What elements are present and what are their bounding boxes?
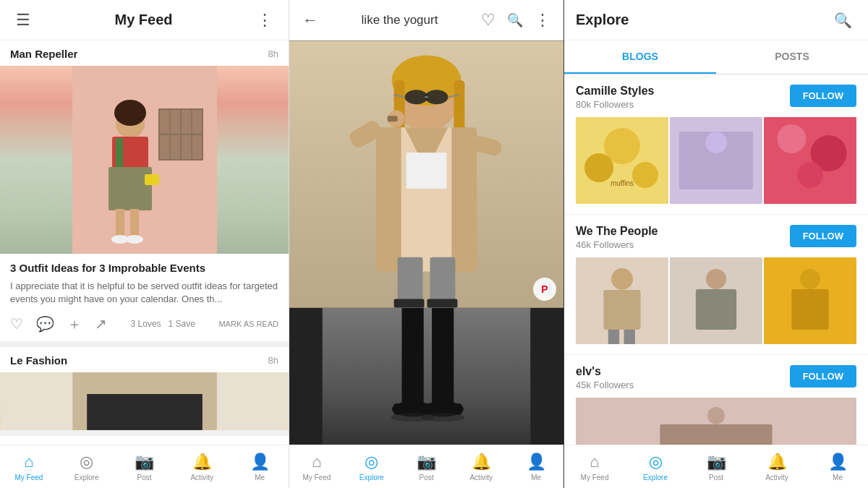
blog-item-elvs: elv's 45k Followers FOLLOW xyxy=(564,355,868,445)
post-icon-center: 📷 xyxy=(417,453,436,471)
nav-explore-right[interactable]: ◎ Explore xyxy=(625,448,686,486)
nav-label-myfeed-left: My Feed xyxy=(14,474,43,481)
menu-icon[interactable]: ☰ xyxy=(12,7,35,34)
nav-activity-left[interactable]: 🔔 Activity xyxy=(173,448,231,486)
wtp-info: We The People 46k Followers xyxy=(576,225,658,250)
heart-icon-center[interactable]: ♡ xyxy=(477,7,500,34)
camille-img-3 xyxy=(764,117,856,204)
le-fashion-header: Le Fashion 8h xyxy=(0,347,289,372)
nav-post-right[interactable]: 📷 Post xyxy=(686,448,746,486)
feed-item-le-fashion: Le Fashion 8h xyxy=(0,347,289,436)
svg-point-51 xyxy=(421,413,464,421)
nav-me-right[interactable]: 👤 Me xyxy=(807,448,868,486)
wtp-followers: 46k Followers xyxy=(576,239,658,250)
feed-text: 3 Outfit Ideas for 3 Improbable Events I… xyxy=(0,254,289,310)
nav-label-activity-left: Activity xyxy=(190,474,213,481)
svg-point-25 xyxy=(405,90,428,104)
right-bottom-nav: ⌂ My Feed ◎ Explore 📷 Post 🔔 Activity 👤 … xyxy=(564,445,868,488)
svg-rect-68 xyxy=(624,330,635,344)
camille-follow-btn[interactable]: FOLLOW xyxy=(790,85,856,107)
nav-my-feed-center[interactable]: ⌂ My Feed xyxy=(289,448,344,486)
nav-label-me-center: Me xyxy=(531,474,541,481)
back-icon[interactable]: ← xyxy=(298,7,323,34)
feed-item-man-repeller: Man Repeller 8h xyxy=(0,40,289,347)
nav-explore-left[interactable]: ◎ Explore xyxy=(58,448,116,486)
nav-activity-right[interactable]: 🔔 Activity xyxy=(746,448,807,486)
nav-label-myfeed-right: My Feed xyxy=(581,474,609,481)
svg-rect-35 xyxy=(388,116,398,121)
nav-activity-center[interactable]: 🔔 Activity xyxy=(454,448,509,486)
nav-label-post-right: Post xyxy=(709,474,723,481)
me-icon-left: 👤 xyxy=(250,453,270,471)
nav-explore-center[interactable]: ◎ Explore xyxy=(344,448,399,486)
svg-rect-44 xyxy=(401,308,423,406)
elvs-follow-btn[interactable]: FOLLOW xyxy=(790,365,856,388)
camille-header: Camille Styles 80k Followers FOLLOW xyxy=(576,85,856,110)
left-header: ☰ My Feed ⋮ xyxy=(0,0,289,40)
explore-tabs: BLOGS POSTS xyxy=(564,40,868,74)
svg-rect-49 xyxy=(424,403,462,414)
nav-me-center[interactable]: 👤 Me xyxy=(509,448,563,486)
camille-name: Camille Styles xyxy=(576,85,655,98)
nav-label-activity-right: Activity xyxy=(765,474,788,481)
center-title: like the yogurt xyxy=(362,13,438,27)
pinterest-badge[interactable]: P xyxy=(533,278,556,301)
center-image-top[interactable]: P xyxy=(289,40,563,308)
svg-rect-13 xyxy=(130,209,139,238)
nav-my-feed-left[interactable]: ⌂ My Feed xyxy=(0,448,58,486)
svg-rect-71 xyxy=(696,289,736,330)
mark-as-read[interactable]: MARK AS READ xyxy=(218,320,278,328)
activity-icon-right: 🔔 xyxy=(767,453,787,471)
share-icon[interactable]: ↗ xyxy=(95,315,107,333)
svg-rect-9 xyxy=(116,138,123,167)
blog-item-wethepeople: We The People 46k Followers FOLLOW xyxy=(564,215,868,355)
more-icon-left[interactable]: ⋮ xyxy=(252,7,277,34)
svg-point-26 xyxy=(425,90,448,104)
svg-point-15 xyxy=(126,235,143,244)
love-icon[interactable]: ♡ xyxy=(10,315,23,333)
camille-followers: 80k Followers xyxy=(576,99,655,110)
left-panel: ☰ My Feed ⋮ Man Repeller 8h xyxy=(0,0,289,488)
le-fashion-time: 8h xyxy=(268,355,278,366)
center-images: P xyxy=(289,40,563,445)
svg-point-76 xyxy=(707,407,725,424)
more-icon-center[interactable]: ⋮ xyxy=(530,7,555,34)
explore-header: Explore 🔍 xyxy=(564,0,868,40)
tab-blogs[interactable]: BLOGS xyxy=(564,40,716,74)
feed-actions: ♡ 💬 ＋ ↗ xyxy=(10,314,107,334)
svg-point-59 xyxy=(705,132,727,153)
feed-scroll: Man Repeller 8h xyxy=(0,40,289,445)
svg-point-61 xyxy=(777,124,806,153)
feed-image-man-repeller[interactable] xyxy=(0,66,289,254)
feed-author: Man Repeller xyxy=(10,48,77,60)
wtp-header: We The People 46k Followers FOLLOW xyxy=(576,225,856,250)
search-icon-right[interactable]: 🔍 xyxy=(830,7,856,33)
explore-blog-list: Camille Styles 80k Followers FOLLOW muff… xyxy=(564,74,868,445)
post-icon-right: 📷 xyxy=(707,453,726,471)
nav-label-explore-right: Explore xyxy=(643,474,668,481)
nav-label-explore-left: Explore xyxy=(75,474,99,481)
nav-me-left[interactable]: 👤 Me xyxy=(231,448,289,486)
svg-point-65 xyxy=(611,268,633,290)
search-icon-center[interactable]: 🔍 xyxy=(503,8,527,33)
wtp-follow-btn[interactable]: FOLLOW xyxy=(790,225,856,247)
nav-post-center[interactable]: 📷 Post xyxy=(399,448,454,486)
tab-posts[interactable]: POSTS xyxy=(716,40,868,74)
center-image-bottom[interactable] xyxy=(289,308,563,445)
svg-rect-39 xyxy=(430,257,455,301)
add-icon[interactable]: ＋ xyxy=(67,314,82,334)
right-panel: Explore 🔍 BLOGS POSTS Camille Styles 80k… xyxy=(564,0,868,488)
comment-icon[interactable]: 💬 xyxy=(36,315,54,333)
nav-label-myfeed-center: My Feed xyxy=(302,474,331,481)
le-fashion-image[interactable] xyxy=(0,372,289,430)
elvs-img-1 xyxy=(576,398,856,445)
wtp-img-1 xyxy=(576,257,668,344)
activity-icon-center: 🔔 xyxy=(472,453,491,471)
svg-rect-37 xyxy=(407,153,447,189)
nav-label-post-left: Post xyxy=(137,474,151,481)
nav-my-feed-right[interactable]: ⌂ My Feed xyxy=(564,448,625,486)
svg-rect-18 xyxy=(87,394,203,430)
elvs-name: elv's xyxy=(576,365,634,378)
nav-post-left[interactable]: 📷 Post xyxy=(116,448,174,486)
center-header: ← like the yogurt ♡ 🔍 ⋮ xyxy=(289,0,563,40)
